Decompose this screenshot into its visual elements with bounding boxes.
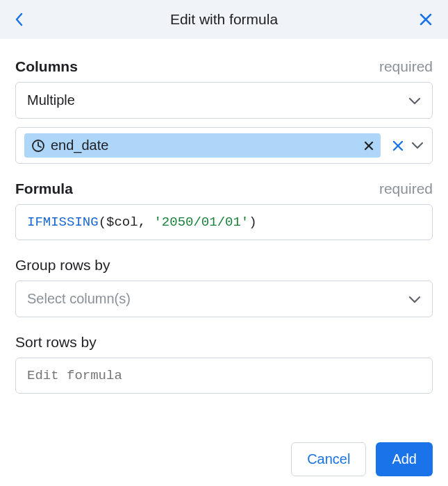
dialog-title: Edit with formula	[170, 11, 278, 28]
columns-required-tag: required	[379, 58, 433, 75]
chevron-left-icon	[15, 12, 24, 26]
formula-label: Formula	[15, 181, 73, 197]
chevron-down-icon	[408, 92, 421, 108]
chevron-down-icon	[408, 291, 421, 307]
dialog-footer: Cancel Add	[0, 442, 448, 476]
sortby-field: Sort rows by	[15, 334, 433, 394]
clock-icon	[31, 139, 45, 153]
chip-remove-button[interactable]	[364, 141, 374, 151]
groupby-placeholder: Select column(s)	[27, 291, 131, 307]
columns-field: Columns required Multiple end_date	[15, 58, 433, 164]
formula-token-str: '2050/01/01'	[154, 215, 249, 230]
column-chip-label: end_date	[51, 137, 358, 153]
formula-token-var: $col	[106, 215, 138, 230]
formula-token-comma: ,	[138, 215, 154, 230]
columns-label-row: Columns required	[15, 58, 433, 75]
columns-mode-select[interactable]: Multiple	[15, 82, 433, 119]
formula-required-tag: required	[379, 181, 433, 197]
formula-token-func: IFMISSING	[27, 215, 99, 230]
columns-mode-value: Multiple	[27, 92, 75, 108]
dialog-body: Columns required Multiple end_date	[0, 39, 448, 426]
formula-token-lparen: (	[99, 215, 106, 230]
formula-label-row: Formula required	[15, 181, 433, 197]
chevron-down-icon	[411, 140, 424, 152]
groupby-select[interactable]: Select column(s)	[15, 280, 433, 317]
back-button[interactable]	[15, 12, 24, 26]
column-chip: end_date	[24, 133, 381, 158]
close-button[interactable]	[419, 12, 433, 26]
cancel-button[interactable]: Cancel	[291, 442, 366, 476]
formula-editor[interactable]: IFMISSING($col, '2050/01/01')	[15, 204, 433, 240]
formula-token-rparen: )	[249, 215, 256, 230]
groupby-label: Group rows by	[15, 257, 433, 274]
close-icon	[419, 12, 433, 26]
close-icon	[392, 140, 404, 152]
sortby-label: Sort rows by	[15, 334, 433, 351]
columns-chip-select[interactable]: end_date	[15, 127, 433, 164]
close-icon	[364, 141, 374, 151]
columns-label: Columns	[15, 58, 78, 75]
add-button[interactable]: Add	[376, 442, 433, 476]
clear-all-button[interactable]	[392, 140, 404, 152]
sortby-input[interactable]	[15, 358, 433, 394]
groupby-field: Group rows by Select column(s)	[15, 257, 433, 317]
formula-field: Formula required IFMISSING($col, '2050/0…	[15, 181, 433, 240]
dialog-header: Edit with formula	[0, 0, 448, 39]
